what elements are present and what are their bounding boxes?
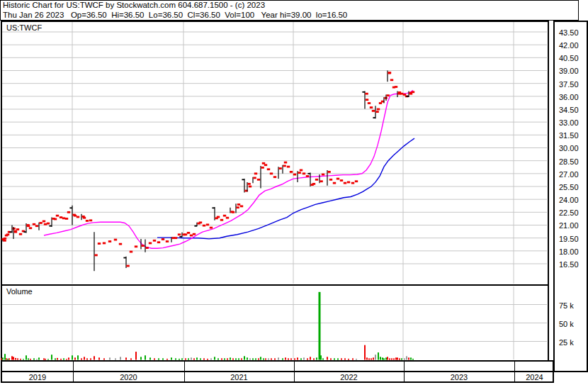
year-label-2024: 2024 xyxy=(514,373,555,381)
price-axis-label: 43.50 xyxy=(559,28,579,37)
price-axis-label: 18.00 xyxy=(559,247,579,256)
price-axis-label: 16.50 xyxy=(559,260,579,269)
price-axis-label: 34.50 xyxy=(559,106,579,114)
price-axis-label: 21.00 xyxy=(559,221,579,230)
price-axis-label: 25.50 xyxy=(559,183,579,191)
price-axis-label: 27.00 xyxy=(559,170,579,179)
volume-axis-label: 50 k xyxy=(559,320,574,328)
title-bar: Historic Chart for US:TWCF by Stockwatch… xyxy=(0,0,579,21)
volume-panel-label: Volume xyxy=(6,287,33,296)
price-axis-label: 30.00 xyxy=(559,144,579,152)
price-axis-label: 36.00 xyxy=(559,93,579,101)
year-label-2021: 2021 xyxy=(184,373,294,381)
price-axis-label: 31.50 xyxy=(559,131,579,140)
year-label-2022: 2022 xyxy=(294,373,404,381)
year-cell-divider xyxy=(404,362,405,371)
price-axis-label: 22.50 xyxy=(559,208,579,217)
price-axis-label: 39.00 xyxy=(559,67,579,75)
quote-summary: Thu Jan 26 2023 Op=36.50 Hi=36.50 Lo=36.… xyxy=(3,11,578,21)
right-axis-column: 43.5042.0040.5039.0037.5036.0034.5033.00… xyxy=(553,21,588,372)
price-axis-label: 19.50 xyxy=(559,235,579,243)
symbol-label: US:TWCF xyxy=(6,23,42,32)
year-cell-divider xyxy=(73,362,74,371)
chart-title: Historic Chart for US:TWCF by Stockwatch… xyxy=(3,1,578,11)
price-axis-label: 42.00 xyxy=(559,41,579,50)
price-axis-label: 37.50 xyxy=(559,80,579,89)
volume-axis-label: 75 k xyxy=(559,301,574,310)
year-label-2019: 2019 xyxy=(2,373,73,381)
volume-axis-label: 25 k xyxy=(559,338,574,347)
price-axis-label: 33.00 xyxy=(559,118,579,127)
price-chart-panel: US:TWCF xyxy=(1,21,549,286)
price-axis-label: 40.50 xyxy=(559,54,579,62)
stock-chart-figure: Historic Chart for US:TWCF by Stockwatch… xyxy=(0,0,588,385)
year-cell-divider xyxy=(184,362,185,371)
year-cell-divider xyxy=(294,362,295,371)
year-axis-row: 201920202021202220232024 xyxy=(1,371,554,383)
year-cell-divider xyxy=(514,362,515,371)
price-axis-label: 28.50 xyxy=(559,157,579,166)
price-axis-label: 24.00 xyxy=(559,196,579,204)
year-label-2023: 2023 xyxy=(404,373,514,381)
year-label-2020: 2020 xyxy=(73,373,184,381)
volume-chart-panel: Volume xyxy=(1,284,549,362)
